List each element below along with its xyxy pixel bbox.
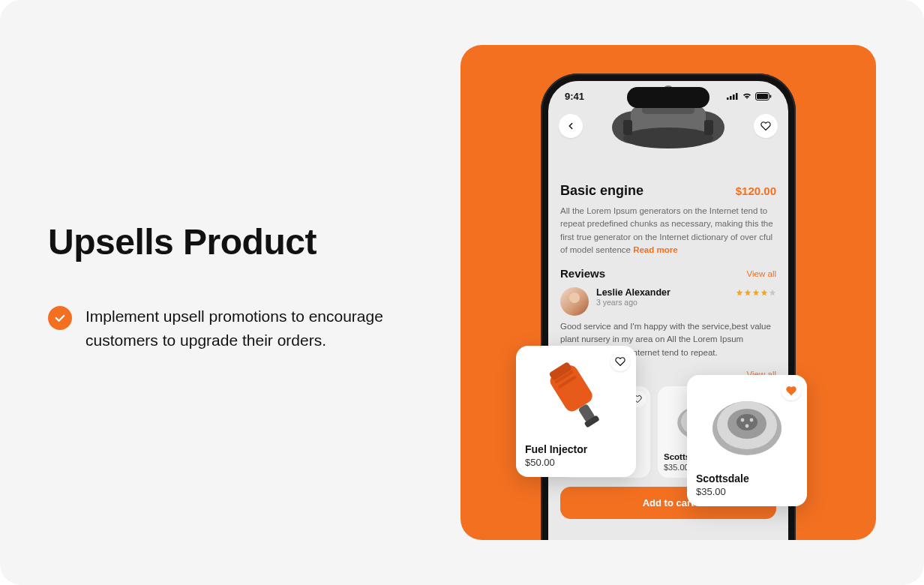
bullet-row: Implement upsell promotions to encourage… — [48, 304, 408, 352]
reviewer-name: Leslie Alexander — [596, 287, 670, 298]
product-name: Scottsdale — [696, 472, 798, 484]
favorite-button[interactable] — [754, 114, 778, 138]
visual-column: 9:41 — [460, 45, 876, 540]
wifi-icon — [742, 92, 752, 100]
svg-point-11 — [623, 128, 713, 148]
notch — [627, 87, 710, 108]
svg-rect-3 — [736, 93, 738, 100]
svg-rect-15 — [623, 120, 632, 135]
text-column: Upsells Product Implement upsell promoti… — [48, 221, 408, 352]
favorite-button[interactable] — [782, 381, 801, 400]
svg-rect-6 — [770, 94, 772, 98]
star-icon — [736, 289, 743, 296]
back-button[interactable] — [559, 114, 583, 138]
avatar — [560, 287, 589, 316]
product-title: Basic engine — [560, 183, 644, 199]
battery-icon — [755, 92, 772, 100]
star-icon — [769, 289, 776, 296]
svg-rect-16 — [704, 120, 713, 135]
reviews-header: Reviews View all — [560, 267, 776, 280]
product-price: $120.00 — [736, 184, 776, 197]
svg-point-37 — [746, 424, 749, 428]
product-name: Fuel Injector — [525, 443, 627, 455]
review-item: Leslie Alexander 3 years ago — [560, 287, 776, 316]
read-more-link[interactable]: Read more — [633, 245, 677, 254]
page-frame: Upsells Product Implement upsell promoti… — [0, 0, 924, 585]
reviews-title: Reviews — [560, 267, 605, 280]
product-price: $35.00 — [696, 486, 798, 497]
product-price: $50.00 — [525, 457, 627, 468]
hero-area — [548, 111, 788, 178]
reviews-view-all[interactable]: View all — [747, 269, 776, 278]
status-time: 9:41 — [565, 91, 584, 102]
check-icon — [48, 306, 72, 330]
float-card-right[interactable]: Scottsdale $35.00 — [687, 375, 807, 506]
chevron-left-icon — [566, 121, 576, 131]
product-description: All the Lorem Ipsum generators on the In… — [560, 205, 776, 256]
svg-rect-5 — [757, 94, 768, 99]
title-row: Basic engine $120.00 — [560, 183, 776, 199]
svg-point-36 — [750, 418, 754, 422]
review-time: 3 years ago — [596, 298, 670, 307]
svg-point-34 — [736, 414, 758, 430]
svg-point-35 — [741, 418, 745, 422]
star-icon — [744, 289, 752, 296]
bullet-text: Implement upsell promotions to encourage… — [86, 304, 408, 352]
heart-icon — [760, 121, 771, 131]
star-icon — [760, 289, 768, 296]
star-rating — [736, 289, 776, 296]
headline: Upsells Product — [48, 221, 408, 262]
heart-icon — [786, 386, 796, 396]
float-card-left[interactable]: Fuel Injector $50.00 — [516, 346, 636, 477]
star-icon — [752, 289, 760, 296]
heart-icon — [615, 356, 626, 367]
favorite-button[interactable] — [610, 352, 630, 371]
